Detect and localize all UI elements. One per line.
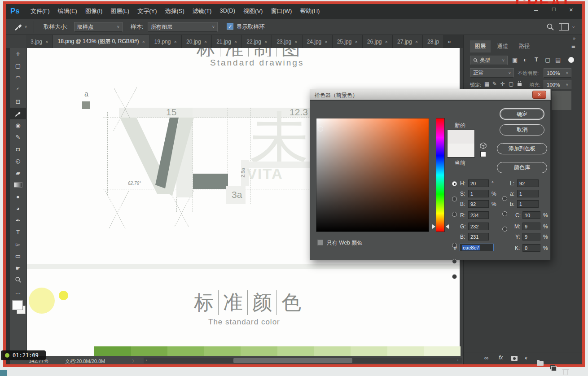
- tool-eraser[interactable]: ▰: [10, 167, 26, 179]
- radio-b2[interactable]: [502, 227, 507, 232]
- layer-filter-dropdown[interactable]: 类型 ˅: [470, 56, 508, 65]
- doc-tab[interactable]: 20.jpg×: [182, 35, 212, 48]
- tool-clone-stamp[interactable]: ◘: [10, 143, 26, 155]
- doc-tab[interactable]: 23.jpg×: [272, 35, 302, 48]
- lock-all-icon[interactable]: [518, 83, 522, 86]
- close-icon[interactable]: ×: [355, 39, 357, 44]
- scroll-left-icon[interactable]: ‹: [146, 358, 147, 363]
- hex-field[interactable]: eae8e7: [460, 244, 494, 251]
- m-field[interactable]: 9: [522, 223, 540, 230]
- ok-button[interactable]: 确定: [500, 108, 544, 120]
- menu-file[interactable]: 文件(F): [26, 5, 54, 17]
- h-scrollbar-track[interactable]: ‹ ›: [144, 358, 462, 363]
- tool-preset-chevron[interactable]: ˅: [25, 25, 27, 29]
- filter-kind-image-icon[interactable]: ▣: [512, 57, 518, 63]
- opacity-dropdown[interactable]: 100% ˅: [544, 68, 571, 78]
- sample-dropdown[interactable]: 所有图层 ˅: [148, 22, 218, 32]
- tool-history-brush[interactable]: ◵: [10, 155, 26, 167]
- tool-zoom[interactable]: [10, 274, 26, 286]
- h-field[interactable]: 20: [468, 179, 489, 187]
- doc-tab[interactable]: 28.jp: [423, 35, 444, 48]
- panel-menu-icon[interactable]: ≡: [571, 42, 575, 50]
- close-icon[interactable]: ×: [264, 39, 267, 44]
- filter-kind-smartobject-icon[interactable]: ▤: [555, 57, 561, 63]
- doc-tab[interactable]: 3.jpg×: [26, 35, 53, 48]
- tool-quick-select[interactable]: ◜: [10, 84, 26, 96]
- sample-size-dropdown[interactable]: 取样点 ˅: [74, 22, 123, 32]
- tool-eyedropper[interactable]: [10, 108, 26, 120]
- tool-crop[interactable]: ⊡: [10, 96, 26, 108]
- web-only-checkbox[interactable]: [317, 240, 323, 245]
- hue-slider[interactable]: [436, 118, 445, 232]
- menu-view[interactable]: 视图(V): [239, 5, 267, 17]
- tab-channels[interactable]: 通道: [492, 40, 513, 52]
- b3-field[interactable]: 231: [468, 233, 489, 240]
- search-icon[interactable]: [546, 23, 554, 31]
- close-icon[interactable]: ×: [45, 39, 48, 44]
- dialog-title-bar[interactable]: 拾色器（前景色） ×: [310, 89, 551, 100]
- tool-pen[interactable]: ✒: [10, 214, 26, 227]
- tool-shape[interactable]: ▭: [10, 250, 26, 262]
- c-field[interactable]: 10: [522, 211, 540, 219]
- radio-g[interactable]: [452, 259, 457, 264]
- close-button[interactable]: ×: [564, 6, 579, 13]
- menu-edit[interactable]: 编辑(E): [54, 5, 81, 17]
- doc-tab[interactable]: 24.jpg×: [303, 35, 333, 48]
- doc-tab[interactable]: 25.jpg×: [333, 35, 363, 48]
- lock-pixels-icon[interactable]: ✎: [492, 81, 497, 87]
- add-to-swatches-button[interactable]: 添加到色板: [497, 143, 547, 154]
- menu-3d[interactable]: 3D(D): [215, 5, 239, 17]
- l-field[interactable]: 92: [517, 179, 539, 187]
- close-icon[interactable]: ×: [325, 39, 327, 44]
- close-icon[interactable]: ×: [234, 39, 237, 44]
- tab-paths[interactable]: 路径: [514, 40, 535, 52]
- k-field[interactable]: 0: [522, 244, 540, 252]
- color-libraries-button[interactable]: 颜色库: [497, 162, 547, 173]
- menu-type[interactable]: 文字(Y): [133, 5, 161, 17]
- workspace-chevron[interactable]: ˅: [572, 25, 575, 30]
- menu-filter[interactable]: 滤镜(T): [189, 5, 216, 17]
- close-icon[interactable]: ×: [142, 39, 145, 44]
- filter-kind-shape-icon[interactable]: ▢: [545, 57, 550, 63]
- close-icon[interactable]: ×: [385, 39, 388, 44]
- tool-move[interactable]: ✛: [10, 48, 26, 60]
- lock-transparency-icon[interactable]: ▦: [484, 81, 489, 87]
- close-icon[interactable]: ×: [415, 39, 418, 44]
- tool-gradient[interactable]: [10, 179, 26, 191]
- dialog-close-button[interactable]: ×: [532, 91, 546, 99]
- filter-kind-adjustment-icon[interactable]: ◐: [523, 57, 527, 63]
- panel-collapse-icon[interactable]: »: [573, 35, 575, 41]
- layer-style-icon[interactable]: fx: [499, 354, 503, 361]
- new-group-icon[interactable]: [537, 361, 544, 366]
- color-field[interactable]: [316, 118, 429, 232]
- menu-window[interactable]: 窗口(W): [267, 5, 296, 17]
- menu-select[interactable]: 选择(S): [161, 5, 188, 17]
- foreground-color-swatch[interactable]: [12, 300, 23, 310]
- menu-image[interactable]: 图像(I): [81, 5, 106, 17]
- a-field[interactable]: 1: [517, 190, 539, 197]
- maximize-button[interactable]: □: [547, 6, 561, 13]
- tool-brush[interactable]: ✎: [10, 131, 26, 144]
- lock-artboard-icon[interactable]: ▢: [509, 81, 513, 87]
- tab-layers[interactable]: 图层: [470, 40, 491, 52]
- filter-kind-type-icon[interactable]: T: [535, 56, 538, 63]
- b-field[interactable]: 92: [468, 200, 489, 208]
- tool-path-select[interactable]: ▻: [10, 238, 26, 250]
- show-ring-checkbox[interactable]: ✓: [227, 23, 233, 30]
- layer-thumbnail[interactable]: [552, 91, 571, 110]
- tool-healing-brush[interactable]: ◉: [10, 119, 26, 131]
- scroll-right-icon[interactable]: ›: [457, 358, 458, 363]
- tool-lasso[interactable]: ◠: [10, 72, 26, 84]
- adjustment-layer-icon[interactable]: ◐: [525, 354, 528, 361]
- doc-tab[interactable]: 26.jpg×: [363, 35, 393, 48]
- gamut-cube-icon[interactable]: [479, 142, 487, 149]
- b2-field[interactable]: 1: [517, 200, 539, 208]
- tool-marquee[interactable]: ▢: [10, 60, 26, 72]
- minimize-button[interactable]: –: [529, 6, 543, 13]
- doc-tab[interactable]: 27.jpg×: [393, 35, 423, 48]
- tool-type[interactable]: T: [10, 227, 26, 239]
- radio-h[interactable]: [452, 181, 457, 186]
- radio-s[interactable]: [452, 197, 457, 201]
- link-layers-icon[interactable]: ∞: [484, 354, 488, 361]
- r-field[interactable]: 234: [468, 211, 489, 219]
